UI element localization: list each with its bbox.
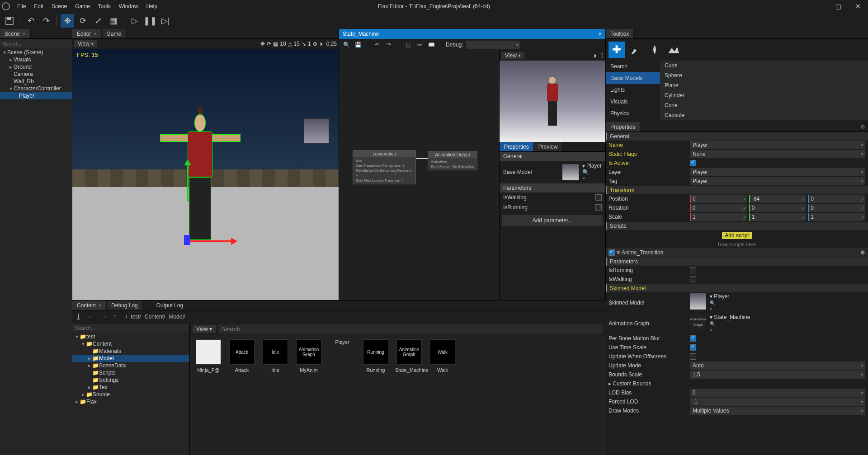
tab-properties-panel[interactable]: Properties (606, 122, 640, 131)
toolbox-item[interactable]: Cube (660, 61, 868, 70)
tree-node-selected[interactable]: Player (19, 93, 34, 99)
editor-viewport[interactable]: FPS: 15 (72, 49, 339, 300)
grid-tool[interactable]: ▦ (107, 14, 120, 28)
prop-static-dropdown[interactable]: None (690, 150, 865, 158)
close-icon[interactable]: × (99, 302, 102, 309)
skinned-model-value[interactable]: Player (714, 293, 729, 300)
view-dropdown[interactable]: View ▾ (74, 40, 97, 47)
menu-tools[interactable]: Tools (94, 1, 114, 11)
tree-node[interactable]: Visuals (14, 56, 31, 63)
tab-content[interactable]: Content× (72, 300, 107, 310)
toolbox-items[interactable]: CubeSpherePlaneCylinderConeCapsule (660, 61, 868, 120)
content-tree[interactable]: ▾📁 test ▾📁 Content 📁 Materials ▸📁 Model … (72, 323, 190, 455)
group-general[interactable]: General (606, 132, 868, 141)
group-parameters[interactable]: Parameters (606, 258, 868, 266)
timescale-checkbox[interactable] (690, 344, 696, 351)
center-icon[interactable]: ◰ (403, 40, 412, 49)
content-item[interactable]: AttackAttack (228, 339, 256, 373)
pos-z-input[interactable]: 0⤢ (808, 195, 865, 203)
pos-x-input[interactable]: 0⤢ (690, 195, 747, 203)
scale-tool[interactable]: ⤢ (91, 14, 105, 28)
group-transform[interactable]: Transform (606, 186, 868, 194)
angle-snap-icon[interactable]: △ (288, 41, 292, 47)
redo-icon[interactable]: ↷ (384, 40, 393, 49)
nav-up-icon[interactable]: ↑ (113, 313, 122, 321)
scene-search-input[interactable] (3, 41, 70, 47)
graph-node-locomotion[interactable]: Locomotion Idle Max Transitions Per Upda… (353, 150, 416, 184)
tab-debug-log[interactable]: Debug Log (107, 300, 143, 310)
add-script-button[interactable]: Add script (722, 232, 751, 239)
anim-graph-value[interactable]: State_Machine (714, 314, 750, 320)
camera-speed-icon[interactable]: ⏵ (319, 41, 325, 47)
save-button[interactable] (3, 14, 16, 28)
menu-window[interactable]: Window (115, 1, 142, 11)
toolbox-foliage-icon[interactable] (646, 42, 663, 58)
content-search-input[interactable] (218, 324, 603, 334)
toolbox-item[interactable]: Plane (660, 80, 868, 90)
content-item[interactable]: Ninja_F@ (194, 339, 222, 373)
book-icon[interactable]: 📖 (427, 40, 436, 49)
content-item[interactable]: Player (328, 339, 356, 345)
tab-scene[interactable]: Scene× (0, 29, 31, 38)
nav-back-icon[interactable]: ← (88, 313, 97, 321)
bounds-scale-input[interactable]: 1.5 (690, 371, 865, 379)
tree-node[interactable]: Scene (Scene) (7, 49, 43, 56)
script-name[interactable]: Anims_Transition (622, 249, 663, 256)
gizmo-z-axis[interactable] (184, 235, 190, 245)
tab-properties[interactable]: Properties (500, 142, 534, 151)
translate-tool[interactable]: ✥ (61, 14, 74, 28)
draw-modes-dropdown[interactable]: Multiple Values (690, 407, 865, 415)
step-button[interactable]: ▷| (159, 14, 172, 28)
debug-dropdown[interactable]: - (466, 41, 520, 49)
maximize-button[interactable]: ▢ (828, 0, 848, 13)
path-segment[interactable]: test/ (131, 314, 141, 320)
menu-scene[interactable]: Scene (48, 1, 71, 11)
base-model-thumb[interactable] (562, 164, 579, 180)
pos-y-input[interactable]: -84⤢ (749, 195, 807, 203)
close-icon[interactable]: × (23, 31, 26, 37)
rotate-tool[interactable]: ⟳ (76, 14, 90, 28)
speed-icon[interactable]: ⏵ (593, 52, 599, 59)
content-item[interactable]: Animation GraphMyAnim (295, 339, 323, 373)
gizmo-y-axis[interactable] (187, 161, 189, 202)
graph-canvas[interactable]: Locomotion Idle Max Transitions Per Upda… (339, 51, 499, 300)
iswalking-checkbox[interactable] (690, 276, 696, 282)
toolbox-item[interactable]: Cone (660, 100, 868, 110)
minimize-button[interactable]: — (808, 0, 828, 13)
tab-output-log[interactable]: Output Log (152, 300, 188, 310)
import-icon[interactable]: ⭳ (75, 313, 84, 321)
group-scripts[interactable]: Scripts (606, 222, 868, 230)
path-segment[interactable]: / (126, 314, 127, 320)
rotate-icon[interactable]: ⟳ (267, 41, 271, 47)
scale-x-input[interactable]: 1⤢ (690, 213, 747, 221)
forced-lod-input[interactable]: -1 (690, 398, 865, 406)
toolbox-cat-search[interactable]: Search (606, 61, 660, 72)
add-parameter-button[interactable]: Add parameter... (502, 215, 603, 226)
pause-button[interactable]: ❚❚ (143, 14, 157, 28)
tree-node[interactable]: CharacterController (14, 85, 61, 92)
script-enabled-checkbox[interactable] (609, 249, 615, 256)
scene-tree[interactable]: ▾Scene (Scene) ▸Visuals ▸Ground Camera W… (0, 48, 72, 455)
toolbox-cat-basic[interactable]: Basic Models (606, 72, 660, 84)
close-button[interactable]: ✕ (848, 0, 868, 13)
group-skinned-model[interactable]: Skinned Model (606, 284, 868, 292)
tree-node[interactable]: Ground (14, 64, 32, 70)
graph-node-output[interactable]: Animation Output Animation Root Motion: … (428, 151, 477, 170)
content-item[interactable]: IdleIdle (261, 339, 289, 373)
move-icon[interactable]: ✥ (260, 41, 265, 47)
content-view-dropdown[interactable]: View ▾ (193, 325, 216, 333)
tab-preview[interactable]: Preview (534, 142, 563, 151)
rot-x-input[interactable]: 0⤢ (690, 204, 747, 212)
prop-tag-dropdown[interactable]: Player (690, 177, 865, 185)
toolbox-cat-visuals[interactable]: Visuals (606, 96, 660, 108)
rot-z-input[interactable]: 0⤢ (808, 204, 865, 212)
save-icon[interactable]: 💾 (354, 40, 363, 49)
tree-node[interactable]: Camera (14, 71, 33, 77)
content-item[interactable]: WalkWalk (429, 339, 457, 373)
skinned-model-thumb[interactable] (690, 293, 706, 310)
prop-active-checkbox[interactable] (690, 160, 696, 166)
scale-snap-icon[interactable]: ↘ (302, 41, 306, 47)
param-iswalking-checkbox[interactable] (595, 194, 602, 201)
content-item[interactable]: Animation GraphState_Machine (395, 339, 423, 373)
link-icon[interactable]: ⫘ (415, 40, 424, 49)
